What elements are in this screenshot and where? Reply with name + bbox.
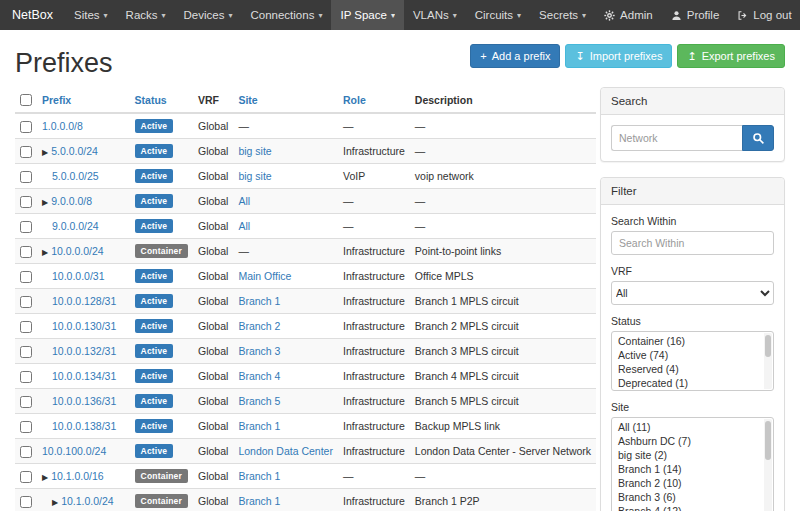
scrollbar-thumb[interactable] — [765, 421, 771, 460]
site-link[interactable]: All — [233, 189, 338, 214]
row-checkbox[interactable] — [20, 496, 32, 508]
logout-link[interactable]: Log out — [728, 0, 800, 30]
site-link[interactable]: Branch 3 — [233, 339, 338, 364]
table-row: ▶10.0.0.0/31 Active Global Main Office I… — [15, 264, 596, 289]
top-navbar: NetBox Sites▾ Racks▾ Devices▾ Connection… — [0, 0, 800, 30]
site-option[interactable]: big site (2) — [612, 448, 765, 462]
admin-link[interactable]: Admin — [595, 0, 662, 30]
site-option[interactable]: Branch 4 (12) — [612, 504, 765, 511]
export-prefixes-button[interactable]: ↥Export prefixes — [677, 44, 785, 68]
select-all-checkbox[interactable] — [20, 94, 32, 106]
prefix-link[interactable]: 10.0.0.0/31 — [52, 270, 105, 282]
row-checkbox[interactable] — [20, 471, 32, 483]
search-within-input[interactable] — [611, 231, 774, 255]
column-header-site[interactable]: Site — [233, 87, 338, 113]
site-option[interactable]: Branch 2 (10) — [612, 476, 765, 490]
site-link[interactable]: Branch 1 — [233, 489, 338, 511]
row-checkbox[interactable] — [20, 171, 32, 183]
brand-link[interactable]: NetBox — [0, 0, 65, 30]
scrollbar[interactable] — [764, 419, 772, 511]
site-link[interactable]: Branch 2 — [233, 314, 338, 339]
site-link[interactable]: All — [233, 214, 338, 239]
row-checkbox[interactable] — [20, 371, 32, 383]
import-prefixes-button[interactable]: ↧Import prefixes — [565, 44, 672, 68]
search-button[interactable] — [742, 125, 774, 151]
prefix-link[interactable]: 10.0.0.132/31 — [52, 345, 116, 357]
row-checkbox[interactable] — [20, 296, 32, 308]
prefix-rows: ▶1.0.0.0/8 Active Global — — — ▶5.0.0.0/… — [15, 113, 596, 511]
site-listbox[interactable]: All (11)Ashburn DC (7)big site (2)Branch… — [611, 417, 774, 511]
site-option[interactable]: All (11) — [612, 420, 765, 434]
status-option[interactable]: Active (74) — [612, 348, 765, 362]
site-link[interactable]: big site — [233, 164, 338, 189]
prefix-link[interactable]: 10.1.0.0/24 — [61, 495, 114, 507]
prefix-link[interactable]: 10.1.0.0/16 — [51, 470, 104, 482]
prefix-link[interactable]: 10.0.0.138/31 — [52, 420, 116, 432]
site-link[interactable]: big site — [233, 139, 338, 164]
nav-item-secrets[interactable]: Secrets▾ — [530, 0, 595, 30]
site-link[interactable]: Branch 1 — [233, 464, 338, 489]
row-checkbox[interactable] — [20, 421, 32, 433]
prefix-link[interactable]: 10.0.0.0/24 — [51, 245, 104, 257]
scrollbar[interactable] — [764, 333, 772, 389]
prefix-link[interactable]: 9.0.0.0/24 — [52, 220, 99, 232]
site-link[interactable]: Branch 4 — [233, 364, 338, 389]
prefix-link[interactable]: 1.0.0.0/8 — [42, 120, 83, 132]
vrf-label: VRF — [611, 265, 774, 277]
status-option[interactable]: Container (16) — [612, 334, 765, 348]
description-value: Branch 5 MPLS circuit — [410, 389, 596, 414]
status-badge: Active — [135, 344, 174, 358]
site-option[interactable]: Branch 1 (14) — [612, 462, 765, 476]
vrf-select[interactable]: All — [611, 281, 774, 305]
prefix-link[interactable]: 10.0.0.128/31 — [52, 295, 116, 307]
status-option[interactable]: Reserved (4) — [612, 362, 765, 376]
vrf-value: Global — [193, 239, 233, 264]
row-checkbox[interactable] — [20, 246, 32, 258]
table-row: ▶10.0.0.136/31 Active Global Branch 5 In… — [15, 389, 596, 414]
prefix-link[interactable]: 9.0.0.0/8 — [51, 195, 92, 207]
nav-item-sites[interactable]: Sites▾ — [65, 0, 117, 30]
prefix-link[interactable]: 10.0.0.130/31 — [52, 320, 116, 332]
prefix-link[interactable]: 5.0.0.0/25 — [52, 170, 99, 182]
row-checkbox[interactable] — [20, 221, 32, 233]
row-checkbox[interactable] — [20, 271, 32, 283]
nav-item-racks[interactable]: Racks▾ — [117, 0, 175, 30]
column-header-role[interactable]: Role — [338, 87, 410, 113]
site-link[interactable]: Branch 1 — [233, 414, 338, 439]
site-link[interactable]: Main Office — [233, 264, 338, 289]
site-link[interactable]: Branch 1 — [233, 289, 338, 314]
status-label: Status — [611, 315, 774, 327]
row-checkbox[interactable] — [20, 121, 32, 133]
row-checkbox[interactable] — [20, 321, 32, 333]
nav-item-ip-space[interactable]: IP Space▾ — [331, 0, 403, 30]
profile-link[interactable]: Profile — [662, 0, 729, 30]
site-option[interactable]: Ashburn DC (7) — [612, 434, 765, 448]
site-link[interactable]: Branch 5 — [233, 389, 338, 414]
row-checkbox[interactable] — [20, 146, 32, 158]
prefix-link[interactable]: 10.0.0.136/31 — [52, 395, 116, 407]
nav-item-devices[interactable]: Devices▾ — [175, 0, 242, 30]
expand-icon: ▶ — [42, 148, 48, 157]
status-option[interactable]: Deprecated (1) — [612, 376, 765, 390]
row-checkbox[interactable] — [20, 196, 32, 208]
row-checkbox[interactable] — [20, 446, 32, 458]
prefix-link[interactable]: 5.0.0.0/24 — [51, 145, 98, 157]
row-checkbox[interactable] — [20, 396, 32, 408]
nav-item-vlans[interactable]: VLANs▾ — [404, 0, 466, 30]
prefix-link[interactable]: 10.0.0.134/31 — [52, 370, 116, 382]
row-checkbox[interactable] — [20, 346, 32, 358]
nav-item-circuits[interactable]: Circuits▾ — [466, 0, 530, 30]
search-input[interactable] — [611, 125, 742, 151]
site-link[interactable]: London Data Center — [233, 439, 338, 464]
prefix-link[interactable]: 10.0.100.0/24 — [42, 445, 106, 457]
site-option[interactable]: Branch 3 (6) — [612, 490, 765, 504]
nav-item-connections[interactable]: Connections▾ — [241, 0, 331, 30]
status-listbox[interactable]: Container (16)Active (74)Reserved (4)Dep… — [611, 331, 774, 391]
scrollbar-thumb[interactable] — [765, 335, 771, 357]
column-header-status[interactable]: Status — [130, 87, 193, 113]
nav-item-label: Racks — [126, 9, 158, 21]
description-value: London Data Center - Server Network — [410, 439, 596, 464]
add-prefix-label: Add a prefix — [492, 50, 551, 62]
column-header-prefix[interactable]: Prefix — [37, 87, 130, 113]
add-prefix-button[interactable]: +Add a prefix — [470, 44, 560, 68]
